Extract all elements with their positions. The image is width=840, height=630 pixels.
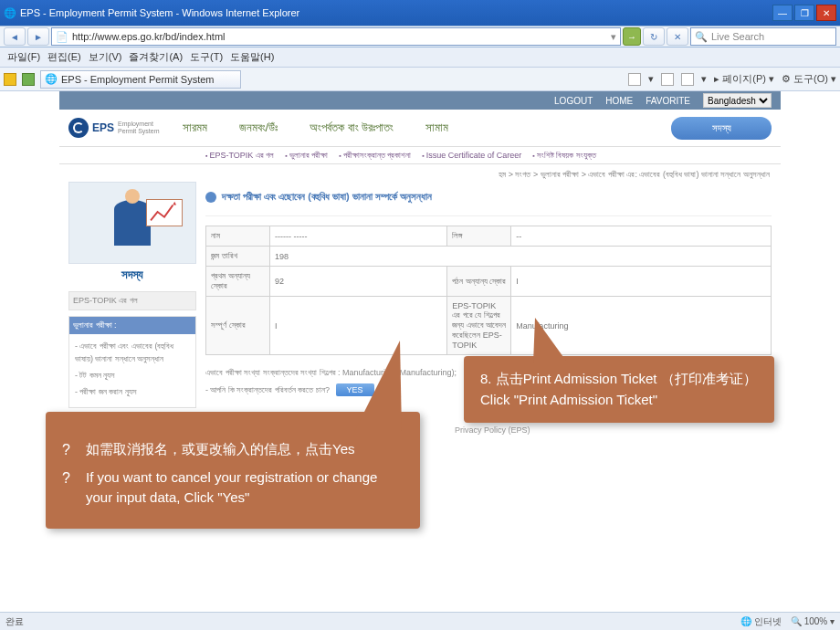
callout-text-en: If you want to cancel your registration …	[62, 467, 404, 509]
go-button[interactable]: →	[623, 27, 641, 46]
submenu-1[interactable]: EPS-TOPIK এর গল	[205, 151, 274, 161]
favorites-star-icon[interactable]	[4, 73, 16, 86]
maximize-button[interactable]: ❐	[794, 5, 814, 21]
stop-button[interactable]: ✕	[667, 27, 688, 46]
menu-help[interactable]: 도움말(H)	[230, 50, 274, 64]
logo-sub2: Permit System	[118, 128, 160, 135]
sidebar: সদস্য EPS-TOPIK এর গল ভুলানার পরীক্ষা : …	[68, 182, 196, 438]
url-text: http://www.eps.go.kr/bd/index.html	[72, 31, 226, 42]
logo-sub1: Employment	[118, 121, 160, 128]
sidebar-link-2[interactable]: - টট কমন ন্যূস	[75, 369, 190, 382]
home-link[interactable]: HOME	[605, 96, 633, 106]
tools-menu[interactable]: ⚙ 도구(O) ▾	[782, 72, 836, 86]
nav-item-1[interactable]: সারমম	[183, 121, 207, 135]
label-gender: লিঙ্গ	[447, 226, 511, 247]
callout-text-cn: 8. 点击Print Admission Ticket （打印准考证）	[480, 369, 758, 390]
page-menu[interactable]: ▸ 페이지(P) ▾	[714, 72, 774, 86]
bullet-icon	[205, 192, 216, 203]
sidebar-illustration	[68, 182, 196, 264]
submenu-5[interactable]: সংশিষ্ট বিষয়ক সংযুক্ত	[532, 151, 595, 161]
menu-favorites[interactable]: 즐겨찾기(A)	[129, 50, 183, 64]
value-birth: 198	[270, 247, 772, 267]
back-button[interactable]: ◄	[4, 27, 26, 46]
menu-edit[interactable]: 편집(E)	[47, 50, 81, 64]
nav-item-4[interactable]: সামাম	[425, 121, 448, 135]
close-button[interactable]: ✕	[816, 5, 836, 21]
result-table: নাম ------ ----- লিঙ্গ -- জন্ম তারিখ 198…	[205, 226, 772, 355]
search-icon: 🔍	[695, 31, 708, 43]
callout-text-en: Click "Print Admission Ticket"	[480, 390, 758, 411]
feed-icon[interactable]	[661, 73, 674, 86]
industry-line-prefix: এভাবে পরীক্ষা সংখ্যা সংক্রান্তদের সংখ্যা…	[205, 368, 341, 377]
callout-yes: 如需取消报名，或更改输入的信息，点击Yes If you want to can…	[46, 412, 420, 529]
eps-logo[interactable]: EPS Employment Permit System	[68, 118, 160, 138]
change-line-prefix: - আপনি কি সংক্রান্তদের পরিবর্তন করতে চান…	[205, 385, 330, 394]
top-nav-strip: LOGOUT HOME FAVORITE Bangladesh	[59, 91, 781, 110]
ie-menubar: 파일(F) 편집(E) 보기(V) 즐겨찾기(A) 도구(T) 도움말(H)	[0, 47, 840, 68]
menu-file[interactable]: 파일(F)	[7, 50, 40, 64]
value-first-score: 92	[270, 267, 447, 297]
menu-tools[interactable]: 도구(T)	[190, 50, 223, 64]
privacy-link[interactable]: Privacy Policy (EPS)	[455, 425, 530, 435]
table-row: জন্ম তারিখ 198	[206, 247, 772, 267]
callout-arrow-icon	[533, 318, 568, 363]
table-row: সম্পূর্ণ স্কোর I EPS-TOPIK এর পরে যে শিল…	[206, 297, 772, 355]
add-favorite-icon[interactable]	[22, 73, 35, 86]
ie-toolbar: 🌐 EPS - Employment Permit System ▾ ▾ ▸ 페…	[0, 68, 840, 91]
address-input[interactable]: 📄 http://www.eps.go.kr/bd/index.html ▾	[51, 27, 621, 46]
label-first-score: প্রথম অন্যান্য স্কোর	[206, 267, 270, 297]
value-gender: --	[511, 226, 772, 247]
window-titlebar: 🌐 EPS - Employment Permit System - Windo…	[0, 0, 840, 26]
callout-print: 8. 点击Print Admission Ticket （打印准考证） Clic…	[464, 356, 774, 423]
dropdown-icon[interactable]: ▾	[611, 31, 616, 43]
browser-tab[interactable]: 🌐 EPS - Employment Permit System	[40, 70, 241, 89]
search-box[interactable]: 🔍 Live Search	[690, 27, 836, 46]
ie-icon: 🌐	[4, 7, 16, 19]
site-header: EPS Employment Permit System সারমম জনমবং…	[59, 110, 781, 146]
sidebar-link-3[interactable]: - পরীক্ষা জন করান ন্যূস	[75, 385, 190, 398]
page-viewport: LOGOUT HOME FAVORITE Bangladesh EPS Empl…	[0, 91, 840, 612]
submenu-2[interactable]: ভুলানার পরীক্ষা	[285, 151, 328, 161]
submenu-3[interactable]: পরীক্ষাসংক্রান্ত প্রকাশনা	[339, 151, 411, 161]
internet-zone: 🌐 인터넷	[740, 615, 782, 628]
label-total: সম্পূর্ণ স্কোর	[206, 297, 270, 355]
callout-text-cn: 如需取消报名，或更改输入的信息，点击Yes	[62, 439, 404, 460]
sub-menu: EPS-TOPIK এর গল ভুলানার পরীক্ষা পরীক্ষাস…	[59, 146, 781, 164]
tab-icon: 🌐	[45, 73, 58, 85]
logout-link[interactable]: LOGOUT	[554, 96, 593, 106]
value-name: ------ -----	[270, 226, 447, 247]
minimize-button[interactable]: —	[772, 5, 793, 21]
print-icon[interactable]	[681, 73, 694, 86]
label-name: নাম	[206, 226, 270, 247]
address-bar-zone: ◄ ► 📄 http://www.eps.go.kr/bd/index.html…	[0, 26, 840, 47]
search-placeholder: Live Search	[711, 31, 764, 42]
menu-view[interactable]: 보기(V)	[89, 50, 122, 64]
home-icon[interactable]	[628, 73, 641, 86]
sidebar-title: সদস্য	[68, 264, 196, 291]
page-icon: 📄	[56, 31, 68, 43]
nav-item-3[interactable]: অংপর্বতক বাং উরঃপাতং	[310, 121, 394, 135]
refresh-button[interactable]: ↻	[643, 27, 665, 46]
label-industry: EPS-TOPIK এর পরে যে শিল্পের জন্য এভাবে আ…	[447, 297, 511, 355]
label-birth: জন্ম তারিখ	[206, 247, 270, 267]
sidebar-head-1[interactable]: EPS-TOPIK এর গল	[69, 292, 195, 310]
sidebar-link-1[interactable]: - এভাবে পরীক্ষা এবং এভাবের (বহুবিধ ভাষায…	[75, 340, 190, 365]
member-button[interactable]: সদস্য	[671, 117, 772, 140]
sidebar-head-2[interactable]: ভুলানার পরীক্ষা :	[69, 317, 195, 334]
submenu-4[interactable]: Issue Certificate of Career	[422, 151, 521, 160]
nav-item-2[interactable]: জনমবং/উঁঃ	[239, 121, 278, 135]
label-read-score: পঠন অন্যান্য স্কোর	[447, 267, 511, 297]
callout-arrow-icon	[354, 341, 402, 432]
logo-text: EPS	[92, 121, 114, 134]
country-select[interactable]: Bangladesh	[703, 93, 772, 108]
status-left: 완료	[5, 615, 24, 628]
main-nav: সারমম জনমবং/উঁঃ অংপর্বতক বাং উরঃপাতং সাম…	[183, 121, 648, 135]
logo-icon	[68, 118, 89, 138]
breadcrumb: হম > সংগত > ভুলানার পরীক্ষা > এভাবে পরীক…	[59, 164, 781, 182]
forward-button[interactable]: ►	[27, 27, 49, 46]
window-title: EPS - Employment Permit System - Windows…	[20, 7, 299, 18]
status-bar: 완료 🌐 인터넷 🔍 100% ▾	[0, 612, 840, 630]
favorite-link[interactable]: FAVORITE	[646, 96, 690, 106]
tab-title: EPS - Employment Permit System	[61, 74, 215, 85]
zoom-level[interactable]: 🔍 100% ▾	[791, 616, 835, 626]
